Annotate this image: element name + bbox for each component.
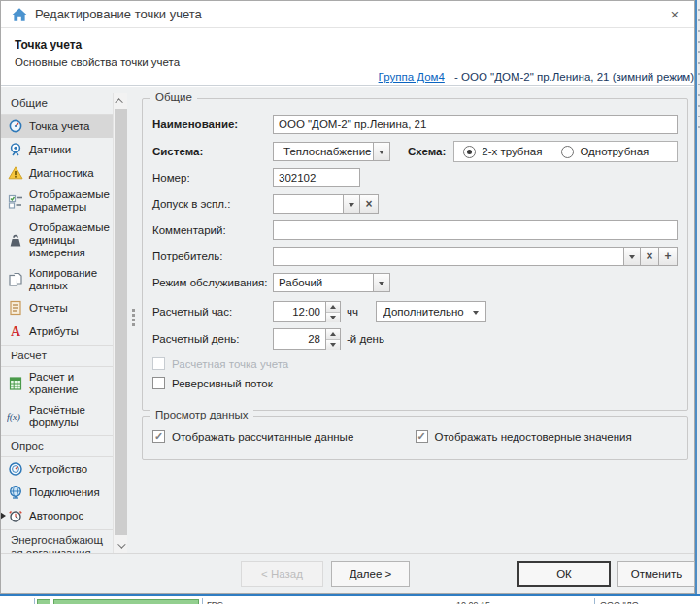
calc-day-spinner[interactable] [273,328,341,350]
sidebar-item-sensors[interactable]: Датчики [1,138,113,161]
groupbox-data-view-caption: Просмотр данных [150,409,253,420]
commissioning-date-combo[interactable]: × [273,194,379,214]
active-page-marker-icon [1,512,10,520]
reverse-flow-checkbox-row: Реверсивный поток [152,377,678,389]
report-icon [7,300,24,316]
globe-icon [7,485,24,500]
radio-two-pipe[interactable]: 2-х трубная [463,146,561,158]
calc-day-input[interactable] [273,328,326,350]
groupbox-general: Общие Наименование: Система: [142,98,688,411]
scroll-down-icon[interactable] [114,538,127,553]
field-row-comment: Комментарий: [152,220,678,240]
field-row-commissioning: Допуск в эспл.: × [152,194,678,214]
splitter-grip-icon [132,309,135,328]
sidebar-item-autopoll[interactable]: Автоопрос [1,504,113,527]
sidebar-item-attributes[interactable]: A Атрибуты [1,319,113,343]
scheme-label: Схема: [408,146,446,157]
consumer-clear-icon[interactable]: × [641,247,659,266]
group-link[interactable]: Группа Дом4 [379,71,445,83]
service-mode-dropdown-icon[interactable] [374,273,390,292]
checklist-icon [7,193,24,209]
sidebar-item-calc-storage[interactable]: Расчет и хранение [1,367,113,400]
breadcrumb: Группа Дом4 - ООО "ДОМ-2" пр.Ленина, 21 … [379,71,694,83]
radio-single-pipe[interactable]: Однотрубная [561,146,659,158]
consumer-dropdown-icon[interactable] [624,247,641,266]
background-window-right-sliver [695,0,700,604]
svg-text:A: A [11,324,21,339]
page-subtitle: Основные свойства точки учета [15,56,681,68]
next-button[interactable]: Далее > [331,561,410,587]
scrollbar-thumb[interactable] [115,109,127,535]
nav-group-general: Общие [1,93,113,115]
ok-button[interactable]: ОК [517,561,611,587]
wizard-header: Точка учета Основные свойства точки учет… [1,28,694,86]
system-dropdown-icon[interactable] [374,142,390,161]
service-mode-value: Рабочий [279,277,322,288]
calc-hour-down-icon[interactable] [326,312,340,322]
field-row-system: Система: Теплоснабжение Схема: [152,141,678,162]
nav-group-calculation: Расчёт [1,345,113,367]
consumer-combo[interactable]: × + [273,247,678,266]
sidebar-item-displayed-units[interactable]: Отображаемые единицы измерения [1,218,113,263]
dialog-footer: < Назад Далее > ОК Отменить [1,553,694,593]
device-icon [7,461,24,477]
sidebar-item-diagnostics[interactable]: Диагностика [1,161,113,185]
radio-selected-icon [463,146,476,158]
form-panel: Общие Наименование: Система: [142,98,688,553]
groupbox-general-caption: Общие [150,91,197,103]
reverse-flow-checkbox[interactable] [152,377,165,389]
warning-icon [7,165,24,181]
consumer-add-icon[interactable]: + [659,247,678,266]
additional-dropdown-button[interactable]: Дополнительно [376,301,486,322]
calc-hour-up-icon[interactable] [326,302,340,312]
field-row-name: Наименование: [152,115,678,134]
background-window-bottom-sliver: ГВС 10.09.15 ООО "ДО [0,594,700,604]
comment-input[interactable] [273,220,678,240]
content-area: Общие Точка учета Дат [1,87,694,553]
nav-group-polling: Опрос [1,435,113,457]
window-title: Редактирование точки учета [35,7,202,21]
calc-day-down-icon[interactable] [326,339,340,350]
system-value: Теплоснабжение [283,146,371,157]
calc-day-up-icon[interactable] [326,329,340,339]
show-calculated-checkbox[interactable]: ✓ [152,430,165,443]
back-button: < Назад [241,561,323,587]
navigation-sidebar: Общие Точка учета Дат [1,93,113,553]
field-row-calc-day: Расчетный день: -й день [152,328,678,350]
sidebar-splitter[interactable] [128,87,140,553]
commissioning-label: Допуск в эспл.: [152,198,273,210]
sidebar-item-reports[interactable]: Отчеты [1,296,113,319]
cancel-button[interactable]: Отменить [617,561,695,587]
scheme-radio-group: 2-х трубная Однотрубная [453,141,678,162]
calc-hour-spinner[interactable] [273,301,341,322]
commissioning-clear-icon[interactable]: × [360,194,379,214]
reverse-flow-checkbox-label: Реверсивный поток [172,378,273,389]
number-label: Номер: [152,172,273,184]
show-calculated-checkbox-row: ✓ Отображать рассчитанные данные [152,430,416,443]
sidebar-item-formulas[interactable]: f(x) Расчётные формулы [1,400,113,433]
sidebar-item-connections[interactable]: Подключения [1,481,113,504]
sidebar-item-metering-point[interactable]: Точка учета [1,115,113,138]
show-calculated-label: Отображать рассчитанные данные [172,431,353,443]
number-input[interactable] [273,168,360,187]
sidebar-scrollbar[interactable] [113,93,127,553]
house-icon [11,6,28,23]
service-mode-combo[interactable]: Рабочий [273,273,390,292]
calculator-icon [7,376,24,391]
system-label: Система: [152,146,273,157]
field-row-consumer: Потребитель: × + [152,247,678,266]
show-unreliable-checkbox[interactable]: ✓ [416,430,428,443]
page-title: Точка учета [15,38,681,51]
calc-point-checkbox-label: Расчетная точка учета [172,358,288,370]
sidebar-item-displayed-parameters[interactable]: Отображаемые параметры [1,185,113,218]
commissioning-dropdown-icon[interactable] [344,194,360,214]
sidebar-item-device[interactable]: Устройство [1,457,113,481]
close-icon[interactable]: × [663,4,686,25]
title-bar: Редактирование точки учета × [1,1,694,28]
sidebar-item-copy-data[interactable]: Копирование данных [1,263,113,296]
scroll-up-icon[interactable] [114,93,127,108]
name-input[interactable] [273,115,678,134]
system-combo[interactable]: Теплоснабжение [273,142,390,161]
calc-point-checkbox [152,357,165,370]
calc-hour-input[interactable] [273,301,326,322]
